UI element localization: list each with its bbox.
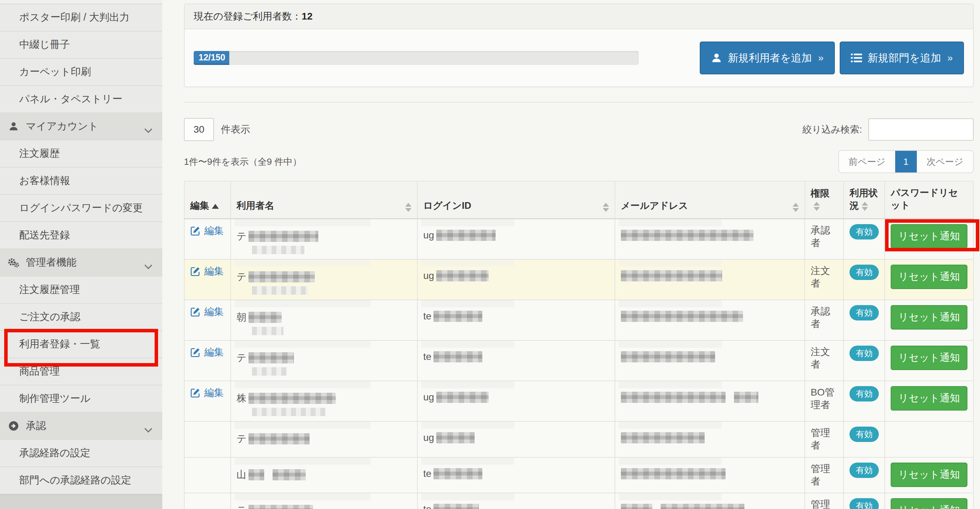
sidebar-section-my-account[interactable]: マイアカウント xyxy=(0,113,162,140)
header-login-id[interactable]: ログインID xyxy=(417,181,615,218)
cell-edit: 編集 xyxy=(184,300,231,340)
sidebar-item-approval-route-settings[interactable]: 承認経路の設定 xyxy=(0,440,162,467)
cell-status: 有効 xyxy=(843,340,885,381)
sidebar-item-production-management-tool[interactable]: 制作管理ツール xyxy=(0,385,162,413)
reset-notify-button[interactable]: リセット通知 xyxy=(891,498,967,509)
sidebar-item-user-registration-list[interactable]: 利用者登録・一覧 xyxy=(0,331,162,358)
edit-link[interactable]: 編集 xyxy=(190,224,224,237)
sidebar-item-panel-tapestry[interactable]: パネル・タペストリー xyxy=(0,86,162,113)
blur-subline xyxy=(252,246,304,254)
main-content: 現在の登録ご利用者数：12 12/150 新規利用者を追加 » xyxy=(162,0,980,509)
user-name-prefix: テ xyxy=(237,351,247,364)
sidebar-item-shipping-address[interactable]: 配送先登録 xyxy=(0,222,162,249)
header-email[interactable]: メールアドレス xyxy=(615,181,805,218)
sidebar-section-admin-functions[interactable]: 管理者機能 xyxy=(0,249,162,277)
blurred-text xyxy=(621,351,715,363)
status-badge: 有効 xyxy=(850,386,879,401)
cell-email xyxy=(615,218,805,259)
sidebar-item-label: 商品管理 xyxy=(19,364,60,379)
header-status[interactable]: 利用状況 xyxy=(843,181,885,218)
edit-icon xyxy=(190,347,200,358)
reset-notify-button[interactable]: リセット通知 xyxy=(891,224,967,248)
sidebar-item-order-history-admin[interactable]: 注文履歴管理 xyxy=(0,277,162,304)
user-icon xyxy=(711,52,722,64)
page-size-select[interactable]: 30 xyxy=(184,118,214,141)
cell-login-id: ug xyxy=(417,381,615,422)
sidebar-item-department-approval-route-settings[interactable]: 部門への承認経路の設定 xyxy=(0,467,162,494)
reset-notify-button[interactable]: リセット通知 xyxy=(891,386,967,410)
header-edit[interactable]: 編集 xyxy=(184,181,231,218)
current-page-button[interactable]: 1 xyxy=(895,151,917,172)
next-page-button[interactable]: 次ページ xyxy=(917,151,973,172)
reset-notify-button[interactable]: リセット通知 xyxy=(891,346,967,370)
login-id-prefix: te xyxy=(423,351,431,363)
sidebar-item-saddle-stitch-booklet[interactable]: 中綴じ冊子 xyxy=(0,32,162,59)
sidebar-item-carpet-print[interactable]: カーペット印刷 xyxy=(0,59,162,86)
edit-link-label: 編集 xyxy=(204,346,224,359)
cell-edit: 編集 xyxy=(184,218,231,259)
sidebar-item-poster-print[interactable]: ポスター印刷 / 大判出力 xyxy=(0,4,162,32)
cell-user-name: テ xyxy=(231,218,417,259)
blurred-text xyxy=(621,432,705,443)
edit-link[interactable]: 編集 xyxy=(190,305,224,318)
status-badge: 有効 xyxy=(850,305,879,320)
blurred-text xyxy=(433,504,479,509)
blur-ghost xyxy=(619,219,722,226)
user-table: 編集 利用者名 ログインID メールアドレス 権限 利用状況 パスワードリセット… xyxy=(184,181,974,509)
list-info: 1件〜9件を表示（全9 件中） xyxy=(184,156,302,168)
reset-notify-button[interactable]: リセット通知 xyxy=(891,265,967,289)
blurred-text xyxy=(433,468,482,479)
table-row: テ te 管理者 有効 リセット通知 xyxy=(184,493,974,509)
sidebar-section-approval[interactable]: 承認 xyxy=(0,413,162,440)
role-label: 承認者 xyxy=(811,306,830,329)
status-badge: 有効 xyxy=(850,426,879,442)
filter-input[interactable] xyxy=(868,118,974,141)
cell-status: 有効 xyxy=(843,493,885,509)
blur-ghost xyxy=(421,381,514,388)
sidebar-item-product-management[interactable]: 商品管理 xyxy=(0,358,162,385)
prev-page-button[interactable]: 前ページ xyxy=(839,151,895,172)
cell-user-name: テ xyxy=(231,259,417,300)
blurred-text xyxy=(436,392,488,403)
edit-link[interactable]: 編集 xyxy=(190,386,224,399)
blur-ghost xyxy=(619,458,722,464)
header-password-reset: パスワードリセット xyxy=(885,181,974,218)
add-user-button[interactable]: 新規利用者を追加 » xyxy=(700,41,834,74)
user-count-value: 12 xyxy=(302,11,312,22)
reset-notify-button[interactable]: リセット通知 xyxy=(891,305,967,329)
sidebar: ポスター印刷 / 大判出力 中綴じ冊子 カーペット印刷 パネル・タペストリー マ… xyxy=(0,0,162,509)
role-label: 管理者 xyxy=(811,499,830,509)
reset-notify-button[interactable]: リセット通知 xyxy=(891,463,967,487)
edit-icon xyxy=(190,266,200,277)
header-user-name[interactable]: 利用者名 xyxy=(231,181,417,218)
blurred-text xyxy=(621,392,725,403)
sidebar-item-order-approval[interactable]: ご注文の承認 xyxy=(0,304,162,331)
table-row: 編集 テ ug 注文者 有効 リセット通知 xyxy=(184,259,974,300)
blur-ghost xyxy=(234,219,371,226)
cell-password-reset: リセット通知 xyxy=(885,259,974,300)
sidebar-item-label: 承認経路の設定 xyxy=(19,446,91,460)
table-row: 山 te 管理者 有効 リセット通知 xyxy=(184,457,974,493)
user-name-prefix: テ xyxy=(237,432,247,445)
sidebar-item-login-password-change[interactable]: ログインパスワードの変更 xyxy=(0,195,162,222)
blur-ghost xyxy=(421,458,514,464)
user-name-prefix: テ xyxy=(237,230,247,243)
edit-link-label: 編集 xyxy=(204,265,224,278)
blur-ghost xyxy=(421,219,514,226)
edit-link[interactable]: 編集 xyxy=(190,265,224,278)
sidebar-item-order-history[interactable]: 注文履歴 xyxy=(0,140,162,167)
add-department-button[interactable]: 新規部門を追加 » xyxy=(840,41,964,74)
header-role[interactable]: 権限 xyxy=(805,181,844,218)
cell-email xyxy=(615,381,805,422)
user-name-prefix: 山 xyxy=(237,468,247,482)
sidebar-item-label: ログインパスワードの変更 xyxy=(19,201,143,215)
sidebar-item-label: ご注文の承認 xyxy=(19,310,80,324)
edit-link[interactable]: 編集 xyxy=(190,346,224,359)
cell-status: 有効 xyxy=(843,422,885,457)
status-badge: 有効 xyxy=(850,224,879,240)
sidebar-item-customer-info[interactable]: お客様情報 xyxy=(0,167,162,195)
table-row: 編集 テ te 注文者 有効 リセット通知 xyxy=(184,340,974,381)
sidebar-item-label: 中綴じ冊子 xyxy=(19,38,70,52)
cell-role: 注文者 xyxy=(805,340,844,381)
cell-role: 承認者 xyxy=(805,300,844,340)
